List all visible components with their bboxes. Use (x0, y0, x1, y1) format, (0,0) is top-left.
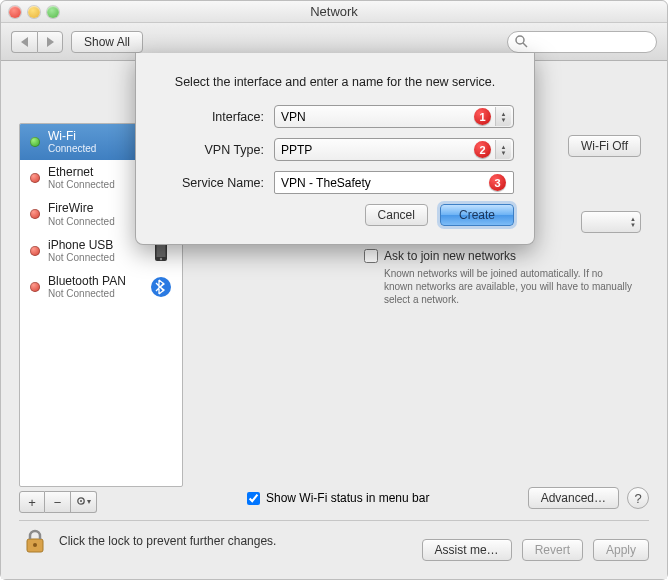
status-dot-icon (30, 282, 40, 292)
svg-point-2 (516, 36, 524, 44)
service-name: iPhone USB (48, 239, 115, 252)
ask-to-join-checkbox[interactable] (364, 249, 378, 263)
traffic-lights (9, 6, 59, 18)
back-button[interactable] (11, 31, 37, 53)
service-status: Not Connected (48, 216, 115, 227)
divider (19, 520, 649, 521)
show-status-checkbox[interactable] (247, 492, 260, 505)
zoom-icon[interactable] (47, 6, 59, 18)
add-service-button[interactable]: + (19, 491, 45, 513)
create-button[interactable]: Create (440, 204, 514, 226)
lock-text: Click the lock to prevent further change… (59, 534, 276, 548)
help-button[interactable]: ? (627, 487, 649, 509)
assist-me-button[interactable]: Assist me… (422, 539, 512, 561)
service-name: Wi-Fi (48, 130, 96, 143)
status-dot-icon (30, 209, 40, 219)
show-all-button[interactable]: Show All (71, 31, 143, 53)
forward-button[interactable] (37, 31, 63, 53)
minimize-icon[interactable] (28, 6, 40, 18)
svg-marker-0 (21, 37, 28, 47)
svg-point-6 (160, 257, 162, 259)
vpntype-row: VPN Type: PPTP 2 ▲▼ (156, 138, 514, 161)
service-name-input[interactable] (274, 171, 514, 194)
annotation-badge-1: 1 (474, 108, 491, 125)
annotation-badge-2: 2 (474, 141, 491, 158)
sheet-message: Select the interface and enter a name fo… (156, 75, 514, 89)
service-name-row: Service Name: 3 (156, 171, 514, 194)
new-service-sheet: Select the interface and enter a name fo… (135, 53, 535, 245)
sidebar-edit-buttons: + − (19, 491, 97, 513)
stepper-icon: ▲▼ (630, 216, 636, 228)
turn-wifi-off-button[interactable]: Wi-Fi Off (568, 135, 641, 157)
titlebar: Network (1, 1, 667, 23)
vpntype-select[interactable]: PPTP 2 ▲▼ (274, 138, 514, 161)
interface-value: VPN (281, 110, 306, 124)
search-wrap (507, 31, 657, 53)
show-status-label: Show Wi-Fi status in menu bar (266, 491, 429, 505)
annotation-badge-3: 3 (489, 174, 506, 191)
window-title: Network (1, 4, 667, 19)
lock-icon[interactable] (21, 527, 49, 555)
svg-marker-1 (47, 37, 54, 47)
svg-line-3 (523, 43, 527, 47)
ask-to-join-label: Ask to join new networks (384, 249, 516, 263)
svg-marker-10 (87, 500, 91, 504)
vpntype-value: PPTP (281, 143, 312, 157)
ask-to-join-subtext: Known networks will be joined automatica… (384, 267, 634, 306)
sidebar-item-bluetooth-pan[interactable]: Bluetooth PAN Not Connected (20, 269, 182, 305)
interface-label: Interface: (156, 110, 264, 124)
revert-button[interactable]: Revert (522, 539, 583, 561)
close-icon[interactable] (9, 6, 21, 18)
status-dot-icon (30, 137, 40, 147)
service-status: Not Connected (48, 179, 115, 190)
lock-row: Click the lock to prevent further change… (21, 527, 276, 555)
search-icon (515, 35, 528, 48)
stepper-icon: ▲▼ (495, 140, 511, 159)
show-status-row[interactable]: Show Wi-Fi status in menu bar (247, 491, 429, 505)
svg-point-12 (33, 543, 37, 547)
status-dot-icon (30, 173, 40, 183)
remove-service-button[interactable]: − (45, 491, 71, 513)
advanced-button[interactable]: Advanced… (528, 487, 619, 509)
service-name: FireWire (48, 202, 115, 215)
service-status: Not Connected (48, 288, 126, 299)
sheet-actions: Cancel Create (156, 204, 514, 226)
service-status: Not Connected (48, 252, 115, 263)
interface-row: Interface: VPN 1 ▲▼ (156, 105, 514, 128)
nav-buttons (11, 31, 63, 53)
search-input[interactable] (507, 31, 657, 53)
ask-to-join-row[interactable]: Ask to join new networks (364, 249, 516, 263)
action-row: Assist me… Revert Apply (422, 539, 649, 561)
status-dot-icon (30, 246, 40, 256)
cancel-button[interactable]: Cancel (365, 204, 428, 226)
service-name: Bluetooth PAN (48, 275, 126, 288)
service-status: Connected (48, 143, 96, 154)
vpntype-label: VPN Type: (156, 143, 264, 157)
service-name: Ethernet (48, 166, 115, 179)
stepper-icon: ▲▼ (495, 107, 511, 126)
service-name-label: Service Name: (156, 176, 264, 190)
bluetooth-icon (150, 276, 172, 298)
network-name-popup[interactable]: ▲▼ (581, 211, 641, 233)
gear-menu-button[interactable] (71, 491, 97, 513)
interface-select[interactable]: VPN 1 ▲▼ (274, 105, 514, 128)
network-prefs-window: Network Show All Wi-Fi Connected (0, 0, 668, 580)
svg-point-9 (80, 500, 82, 502)
apply-button[interactable]: Apply (593, 539, 649, 561)
